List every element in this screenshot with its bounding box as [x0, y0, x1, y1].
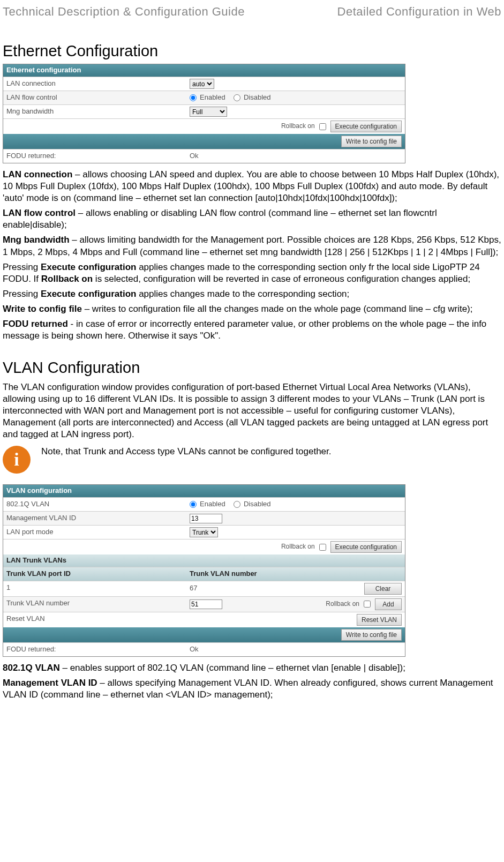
trunk-row-id: 1: [3, 581, 186, 596]
trunk-vlan-number-label: Trunk VLAN number: [3, 597, 186, 612]
disabled-label: Disabled: [244, 93, 271, 102]
mgmt-vlan-id-label: Management VLAN ID: [3, 512, 186, 525]
reset-vlan-button[interactable]: Reset VLAN: [357, 614, 402, 626]
vlan-enabled-radio[interactable]: [190, 501, 197, 508]
para-fodu: FODU returned - in case of error or inco…: [3, 318, 501, 342]
execute-config-button[interactable]: Execute configuration: [330, 541, 402, 553]
para-mng-bw: Mng bandwidth – allows limiting bandwidt…: [3, 234, 501, 258]
execute-config-button[interactable]: Execute configuration: [330, 121, 402, 132]
header-right: Detailed Configuration in Web: [337, 4, 501, 20]
panel-heading: Ethernet configuration: [3, 64, 405, 77]
lan-trunk-subhead: LAN Trunk VLANs: [3, 554, 405, 567]
mgmt-vlan-id-input[interactable]: [190, 514, 222, 523]
note-text: Note, that Trunk and Access type VLANs c…: [41, 446, 332, 458]
mng-bw-select[interactable]: Full: [190, 107, 227, 117]
col-trunk-vlan-num: Trunk VLAN number: [186, 567, 405, 581]
rollback-label: Rollback on: [281, 543, 315, 551]
lan-connection-select[interactable]: auto: [190, 79, 214, 89]
mng-bw-label: Mng bandwidth: [3, 105, 186, 118]
para-lan-flow: LAN flow control – allows enabling or di…: [3, 207, 501, 231]
ethernet-config-panel: Ethernet configuration LAN connection au…: [3, 64, 405, 163]
lan-flow-enabled-radio[interactable]: [190, 94, 197, 101]
vlan-config-panel: VLAN configuration 802.1Q VLAN Enabled D…: [3, 484, 405, 656]
para-lan-connection: LAN connection – allows choosing LAN spe…: [3, 169, 501, 204]
rollback-checkbox[interactable]: [319, 123, 326, 130]
info-icon: i: [3, 446, 31, 474]
para-mgmt-vlan: Management VLAN ID – allows specifying M…: [3, 677, 501, 701]
rollback-checkbox[interactable]: [319, 544, 326, 551]
fodu-value: Ok: [186, 643, 405, 656]
rollback-label: Rollback on: [326, 600, 359, 609]
reset-vlan-label: Reset VLAN: [3, 612, 186, 627]
vlan-disabled-radio[interactable]: [234, 501, 240, 508]
write-config-button[interactable]: Write to config file: [341, 629, 402, 641]
add-button[interactable]: Add: [375, 598, 402, 610]
write-config-button[interactable]: Write to config file: [341, 136, 402, 147]
page-header: Technical Description & Configuration Gu…: [3, 0, 501, 25]
disabled-label: Disabled: [244, 500, 271, 509]
para-8021q: 802.1Q VLAN – enables support of 802.1Q …: [3, 662, 501, 674]
vlan-8021q-label: 802.1Q VLAN: [3, 498, 186, 511]
lan-flow-disabled-radio[interactable]: [234, 94, 240, 101]
para-write: Write to config file – writes to configu…: [3, 303, 501, 315]
col-trunk-port-id: Trunk VLAN port ID: [3, 567, 186, 581]
info-note: i Note, that Trunk and Access type VLANs…: [3, 446, 501, 474]
trunk-vlan-number-input[interactable]: [190, 599, 222, 609]
panel-heading: VLAN configuration: [3, 485, 405, 497]
lan-port-mode-select[interactable]: Trunk: [190, 527, 218, 537]
vlan-intro: The VLAN configuration window provides c…: [3, 381, 501, 440]
header-left: Technical Description & Configuration Gu…: [3, 4, 245, 20]
enabled-label: Enabled: [200, 93, 225, 102]
fodu-label: FODU returned:: [3, 643, 186, 656]
lan-connection-label: LAN connection: [3, 77, 186, 91]
lan-port-mode-label: LAN port mode: [3, 526, 186, 539]
enabled-label: Enabled: [200, 500, 225, 509]
para-exec2: Pressing Execute configuration applies c…: [3, 288, 501, 300]
rollback-checkbox-2[interactable]: [364, 601, 371, 608]
para-exec1: Pressing Execute configuration applies c…: [3, 261, 501, 285]
lan-flow-label: LAN flow control: [3, 91, 186, 104]
section-title-ethernet: Ethernet Configuration: [3, 41, 501, 62]
clear-button[interactable]: Clear: [364, 583, 402, 595]
trunk-row-number: 67: [190, 584, 197, 593]
section-title-vlan: VLAN Configuration: [3, 358, 501, 378]
fodu-value: Ok: [186, 149, 405, 163]
rollback-label: Rollback on: [281, 122, 315, 131]
fodu-label: FODU returned:: [3, 149, 186, 163]
